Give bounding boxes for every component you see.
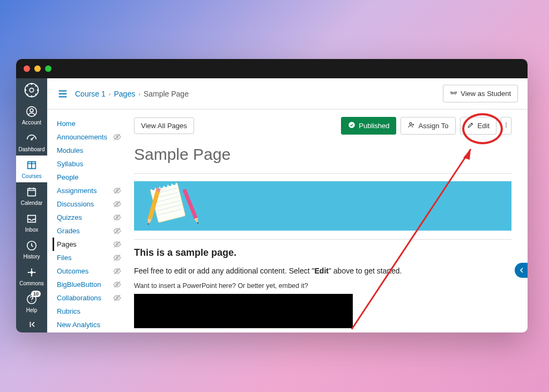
page-body: Feel free to edit or add any additional … bbox=[134, 266, 511, 277]
svg-marker-59 bbox=[147, 223, 150, 226]
nav-label: Help bbox=[26, 307, 38, 313]
svg-point-40 bbox=[410, 123, 412, 125]
course-nav-label: New Analytics bbox=[57, 321, 100, 329]
hidden-icon bbox=[113, 294, 121, 302]
annotation-arrow bbox=[346, 142, 486, 332]
course-nav-item[interactable]: Home bbox=[57, 117, 121, 130]
course-nav-item[interactable]: Quizzes bbox=[57, 211, 121, 224]
hidden-icon bbox=[113, 213, 121, 221]
courses-icon bbox=[25, 159, 38, 172]
nav-calendar[interactable]: Calendar bbox=[16, 182, 47, 209]
nav-courses[interactable]: Courses bbox=[16, 156, 47, 182]
chevron-right-icon: › bbox=[109, 91, 111, 97]
course-nav-item[interactable]: Collaborations bbox=[57, 291, 121, 305]
view-all-pages-button[interactable]: View All Pages bbox=[134, 117, 194, 134]
nav-label: History bbox=[23, 254, 40, 260]
user-add-icon bbox=[407, 121, 415, 130]
course-nav-label: Collaborations bbox=[57, 294, 101, 302]
course-nav-item[interactable]: Discussions bbox=[57, 197, 121, 211]
nav-commons[interactable]: Commons bbox=[16, 263, 47, 290]
nav-label: Inbox bbox=[25, 227, 38, 233]
nav-label: Account bbox=[22, 120, 41, 125]
course-nav-item[interactable]: Syllabus bbox=[57, 157, 121, 171]
nav-help[interactable]: 10 Help bbox=[16, 290, 47, 316]
course-nav-item[interactable]: Assignments bbox=[57, 184, 121, 197]
assign-to-button[interactable]: Assign To bbox=[400, 117, 455, 135]
nav-inbox[interactable]: Inbox bbox=[16, 209, 47, 236]
nav-label: Calendar bbox=[21, 200, 43, 206]
course-nav-label: People bbox=[57, 173, 78, 181]
collapse-nav[interactable] bbox=[16, 316, 47, 332]
course-nav-label: Discussions bbox=[57, 200, 94, 208]
course-nav-label: Outcomes bbox=[57, 267, 88, 275]
nav-history[interactable]: History bbox=[16, 236, 47, 263]
hidden-icon bbox=[113, 267, 121, 275]
embed-placeholder bbox=[134, 294, 353, 328]
kebab-icon bbox=[502, 121, 510, 130]
course-nav-item[interactable]: Outcomes bbox=[57, 264, 121, 278]
course-nav-item[interactable]: BigBlueButton bbox=[57, 278, 121, 291]
hidden-icon bbox=[113, 133, 121, 141]
side-pull-tab[interactable] bbox=[515, 263, 528, 278]
nav-dashboard[interactable]: Dashboard bbox=[16, 129, 47, 156]
check-circle-icon bbox=[348, 121, 355, 130]
course-nav-item[interactable]: Grades bbox=[57, 224, 121, 238]
published-button[interactable]: Published bbox=[341, 117, 396, 135]
breadcrumb-course[interactable]: Course 1 bbox=[75, 90, 106, 98]
svg-point-9 bbox=[25, 83, 39, 97]
course-nav-label: Grades bbox=[57, 227, 80, 235]
hidden-icon bbox=[113, 240, 121, 248]
course-nav-item[interactable]: Announcements bbox=[57, 130, 121, 144]
insert-prompt: Want to insert a PowerPoint here? Or bet… bbox=[134, 282, 511, 290]
page-banner bbox=[134, 181, 511, 231]
close-dot[interactable] bbox=[24, 65, 30, 72]
user-icon bbox=[25, 105, 38, 118]
hidden-icon bbox=[113, 200, 121, 208]
edit-button[interactable]: Edit bbox=[460, 117, 496, 135]
course-nav-item[interactable]: Rubrics bbox=[57, 305, 121, 318]
breadcrumb-section[interactable]: Pages bbox=[114, 90, 135, 98]
course-nav-label: Pages bbox=[57, 240, 77, 248]
svg-point-41 bbox=[506, 123, 507, 124]
svg-point-43 bbox=[506, 127, 507, 128]
course-nav-item[interactable]: Files bbox=[57, 251, 121, 264]
course-nav-item[interactable]: People bbox=[57, 171, 121, 184]
course-nav: HomeAnnouncementsModulesSyllabusPeopleAs… bbox=[47, 109, 127, 332]
course-nav-label: Rubrics bbox=[57, 307, 80, 315]
page-title: Sample Page bbox=[134, 145, 511, 164]
svg-point-42 bbox=[506, 124, 507, 125]
svg-point-17 bbox=[451, 92, 454, 94]
page-content: View All Pages Published Assign To bbox=[127, 109, 528, 332]
divider bbox=[134, 173, 511, 174]
nav-account[interactable]: Account bbox=[16, 102, 47, 129]
minimize-dot[interactable] bbox=[34, 65, 41, 72]
course-nav-label: Modules bbox=[57, 146, 83, 154]
maximize-dot[interactable] bbox=[45, 65, 51, 72]
inbox-icon bbox=[25, 212, 38, 225]
svg-point-11 bbox=[30, 109, 33, 112]
svg-rect-13 bbox=[28, 188, 36, 196]
svg-marker-58 bbox=[146, 219, 152, 226]
course-nav-item[interactable]: Pages bbox=[53, 238, 121, 251]
page-heading: This is a sample page. bbox=[134, 247, 511, 258]
topbar: Course 1 › Pages › Sample Page View as S… bbox=[47, 78, 528, 109]
nav-label: Commons bbox=[19, 280, 44, 286]
course-nav-label: Assignments bbox=[57, 187, 97, 195]
course-nav-label: Files bbox=[57, 254, 71, 262]
course-nav-item[interactable]: New Analytics bbox=[57, 318, 121, 331]
course-nav-label: Home bbox=[57, 120, 76, 128]
svg-point-16 bbox=[31, 301, 32, 301]
svg-marker-62 bbox=[194, 218, 200, 225]
hamburger-icon[interactable] bbox=[57, 88, 69, 100]
canvas-logo[interactable] bbox=[16, 78, 47, 102]
nav-label: Dashboard bbox=[19, 146, 45, 152]
svg-point-0 bbox=[29, 88, 34, 92]
course-nav-item[interactable]: Modules bbox=[57, 144, 121, 157]
course-nav-label: BigBlueButton bbox=[57, 280, 101, 289]
view-as-student-button[interactable]: View as Student bbox=[443, 85, 518, 102]
glasses-icon bbox=[450, 89, 457, 98]
calendar-icon bbox=[25, 186, 38, 198]
global-nav: Account Dashboard Courses Calendar Inbox… bbox=[16, 78, 47, 332]
help-badge: 10 bbox=[31, 291, 41, 297]
more-options-button[interactable] bbox=[501, 117, 511, 135]
